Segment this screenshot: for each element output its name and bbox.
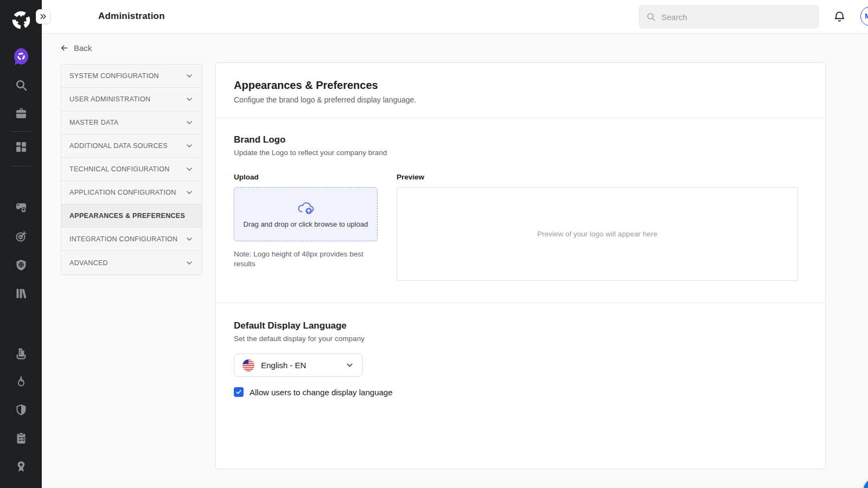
logo-icon (9, 8, 34, 33)
accordion-item-appearances-preferences[interactable]: APPEARANCES & PREFERENCES (61, 204, 202, 228)
section-page-title: Appearances & Preferences (234, 79, 807, 92)
section-page-subtitle: Configue the brand logo & preferred disp… (234, 95, 807, 104)
card-header: Appearances & Preferences Configue the b… (216, 63, 825, 118)
sidebar-item-document-scan[interactable] (14, 346, 28, 361)
page-title: Administration (98, 11, 165, 22)
sidebar-collapse-button[interactable] (36, 9, 50, 24)
chevron-down-icon (185, 235, 194, 243)
chevron-down-icon (185, 118, 194, 127)
logo-preview-area: Preview of your logo will appear here (397, 187, 798, 281)
wallet-notification-icon (15, 201, 28, 214)
settings-card: Appearances & Preferences Configue the b… (215, 62, 826, 469)
accordion-item-advanced[interactable]: ADVANCED (61, 251, 202, 274)
accordion-item-user-administration[interactable]: USER ADMINISTRATION (61, 88, 202, 111)
brand-logo-mark[interactable] (9, 8, 34, 33)
upload-caption: Drag and drop or click browse to upload (244, 220, 368, 228)
flame-icon (15, 375, 28, 388)
accordion-item-integration-configuration[interactable]: INTEGRATION CONFIGURATION (61, 228, 202, 251)
brand-logo-section: Brand Logo Update the Logo to reflect yo… (216, 118, 825, 303)
accordion-item-application-configuration[interactable]: APPLICATION CONFIGURATION (61, 181, 202, 204)
chevron-down-icon (185, 259, 194, 267)
sidebar-item-library[interactable] (14, 286, 28, 300)
accordion-item-additional-data-sources[interactable]: ADDITIONAL DATA SOURCES (61, 134, 202, 158)
sidebar-item-billing[interactable] (14, 201, 28, 215)
sidebar-item-dashboard[interactable] (14, 140, 28, 154)
chevron-down-icon (185, 142, 194, 150)
brand-logo-heading: Brand Logo (234, 134, 798, 145)
chevron-down-icon (185, 95, 194, 104)
language-selected-value: English - EN (261, 361, 306, 370)
language-heading: Default Display Language (234, 320, 807, 331)
document-scan-icon (15, 347, 28, 360)
check-icon (235, 389, 242, 395)
assistant-chat-icon (14, 48, 28, 65)
brand-logo-description: Update the Logo to reflect your company … (234, 149, 798, 157)
sidebar-item-assistant[interactable] (14, 49, 28, 63)
accordion-item-master-data[interactable]: MASTER DATA (61, 111, 202, 134)
sidebar-item-security[interactable] (14, 403, 28, 417)
language-description: Set the default display for your company (234, 335, 807, 343)
chevron-down-icon (185, 188, 194, 197)
sidebar-item-workspace[interactable] (14, 106, 28, 120)
top-app-bar: Administration MN (42, 0, 868, 34)
content-area: Back SYSTEM CONFIGURATION USER ADMINISTR… (42, 34, 868, 488)
upload-note: Note: Logo height of 48px provides best … (234, 249, 378, 269)
avatar-initials: MN (865, 12, 868, 20)
allow-language-change-checkbox[interactable] (234, 387, 244, 397)
search-icon (15, 79, 28, 92)
award-ribbon-icon (15, 460, 28, 473)
preview-placeholder-text: Preview of your logo will appear here (537, 230, 657, 238)
rail-divider (11, 166, 31, 166)
allow-language-change-label: Allow users to change display language (250, 388, 393, 397)
allow-language-change-option[interactable]: Allow users to change display language (234, 387, 807, 397)
sidebar-item-search[interactable] (14, 78, 28, 92)
logo-upload-dropzone[interactable]: Drag and drop or click browse to upload (234, 187, 378, 241)
accordion-item-technical-configuration[interactable]: TECHNICAL CONFIGURATION (61, 158, 202, 181)
display-language-section: Default Display Language Set the default… (216, 303, 825, 414)
back-button[interactable]: Back (60, 43, 92, 53)
clipboard-check-icon (15, 432, 28, 445)
preview-label: Preview (397, 173, 798, 181)
notifications-button[interactable] (833, 10, 846, 24)
search-input[interactable] (661, 12, 812, 22)
target-goal-icon (15, 230, 28, 243)
language-dropdown[interactable]: English - EN (234, 354, 363, 377)
chevron-down-icon (185, 72, 194, 80)
upload-label: Upload (234, 173, 378, 181)
settings-accordion: SYSTEM CONFIGURATION USER ADMINISTRATION… (61, 64, 202, 275)
double-chevron-right-icon (39, 12, 47, 21)
left-nav-rail (0, 0, 42, 488)
rail-divider (11, 131, 31, 132)
global-search[interactable] (639, 5, 819, 29)
briefcase-icon (15, 107, 28, 120)
user-avatar[interactable]: MN (860, 7, 868, 26)
chevron-down-icon (185, 165, 194, 174)
arrow-left-icon (60, 43, 69, 53)
sidebar-item-certification[interactable] (14, 459, 28, 473)
sidebar-item-goals[interactable] (14, 229, 28, 243)
cloud-upload-icon (297, 201, 315, 215)
shield-half-icon (15, 403, 28, 416)
help-button[interactable]: ? (864, 479, 868, 488)
shield-globe-icon (15, 259, 28, 272)
sidebar-item-audit[interactable] (14, 431, 28, 445)
dashboard-grid-icon (15, 140, 28, 153)
search-icon (646, 12, 656, 22)
back-label: Back (74, 43, 92, 53)
sidebar-item-trending[interactable] (14, 375, 28, 389)
us-flag-icon (242, 359, 254, 371)
chevron-down-icon (345, 361, 354, 370)
library-books-icon (15, 287, 28, 300)
accordion-item-system-configuration[interactable]: SYSTEM CONFIGURATION (61, 65, 202, 88)
sidebar-item-network-security[interactable] (14, 258, 28, 272)
bell-icon (833, 10, 846, 23)
